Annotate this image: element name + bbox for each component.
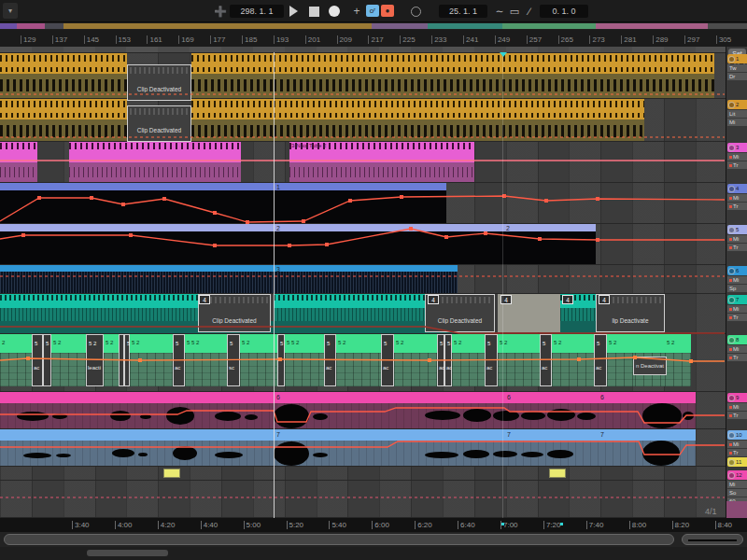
clip[interactable] bbox=[0, 294, 198, 308]
loop-length-display[interactable]: 0. 1. 0 bbox=[540, 5, 588, 18]
nudge-icon[interactable]: ➕ bbox=[213, 4, 228, 19]
clip[interactable]: 5 bbox=[43, 334, 51, 386]
clip[interactable] bbox=[598, 392, 696, 403]
clip[interactable] bbox=[191, 74, 274, 99]
clip[interactable] bbox=[0, 99, 127, 119]
clip[interactable]: 5 bbox=[277, 334, 285, 386]
track-header[interactable]: 9 bbox=[727, 393, 747, 402]
stop-button[interactable] bbox=[306, 4, 321, 19]
clip[interactable] bbox=[0, 392, 504, 403]
automation-lane-selector[interactable]: Tw bbox=[727, 64, 747, 72]
clip[interactable]: 5sc bbox=[227, 334, 240, 386]
clip[interactable]: 5 2 bbox=[394, 334, 437, 386]
clip[interactable]: 5ac bbox=[540, 334, 552, 386]
clip[interactable]: 5 5 2 bbox=[285, 334, 324, 386]
clip[interactable] bbox=[504, 429, 598, 441]
clip[interactable] bbox=[191, 119, 274, 142]
clip[interactable] bbox=[0, 142, 37, 162]
clip[interactable] bbox=[274, 119, 644, 142]
clip[interactable]: 5 5 2 bbox=[185, 334, 227, 386]
automation-lane-selector[interactable]: Tr bbox=[727, 449, 747, 456]
scrub-area[interactable] bbox=[0, 47, 726, 52]
fade-ramp-icon[interactable]: ∕ bbox=[523, 4, 536, 19]
clip[interactable] bbox=[289, 162, 474, 183]
track-fold-icon[interactable] bbox=[728, 395, 735, 401]
time-ruler[interactable]: 4/1 3:404:004:204:405:005:205:406:006:20… bbox=[0, 518, 747, 532]
clip[interactable] bbox=[69, 142, 241, 162]
automation-lane-selector[interactable]: Tr bbox=[727, 314, 747, 321]
clip[interactable]: 5 2 bbox=[498, 334, 540, 386]
track-fold-icon[interactable] bbox=[728, 432, 735, 439]
clip[interactable] bbox=[274, 308, 425, 321]
clip[interactable]: 5ac bbox=[594, 334, 607, 386]
clip-number-box[interactable]: 4 bbox=[599, 295, 610, 304]
clip[interactable]: 5ac bbox=[324, 334, 336, 386]
clip[interactable]: 2 bbox=[0, 334, 32, 386]
track-header[interactable]: 10 bbox=[727, 430, 747, 440]
clip[interactable]: 5 2 bbox=[51, 334, 86, 386]
clip[interactable] bbox=[69, 162, 241, 183]
automation-lane-selector[interactable]: Mi bbox=[727, 305, 747, 313]
track-header[interactable]: 5 bbox=[727, 225, 747, 234]
track-fold-icon[interactable] bbox=[728, 227, 735, 233]
track-fold-icon[interactable] bbox=[728, 102, 735, 108]
clip-number-box[interactable]: 4 bbox=[428, 295, 439, 304]
track-header[interactable]: 2 bbox=[727, 100, 747, 109]
clip[interactable]: 5ac bbox=[32, 334, 43, 386]
clip[interactable] bbox=[0, 119, 127, 142]
clip[interactable]: 5 2 bbox=[552, 334, 594, 386]
automation-lane-selector[interactable]: Tr bbox=[727, 244, 747, 251]
clip[interactable]: 5 2 bbox=[240, 334, 277, 386]
clip[interactable] bbox=[274, 53, 714, 74]
automation-lane-selector[interactable]: Mi bbox=[727, 481, 747, 488]
clip[interactable]: 5ac bbox=[444, 334, 452, 386]
add-locator-icon[interactable]: + bbox=[351, 4, 362, 19]
zoom-scrollbar-thumb[interactable] bbox=[682, 534, 743, 545]
clip[interactable] bbox=[0, 190, 446, 224]
clip[interactable] bbox=[0, 429, 504, 441]
track-fold-icon[interactable] bbox=[728, 268, 735, 274]
track-fold-icon[interactable] bbox=[728, 145, 735, 151]
clip[interactable]: 5ac bbox=[173, 334, 185, 386]
clip[interactable] bbox=[0, 308, 198, 321]
clip[interactable]: 5 2leacti bbox=[86, 334, 104, 386]
track-header[interactable]: 7 bbox=[727, 295, 747, 304]
clip[interactable]: 5ac bbox=[381, 334, 394, 386]
clip[interactable]: 5 2 bbox=[607, 334, 635, 386]
automation-lane-selector[interactable]: Sp bbox=[727, 285, 747, 292]
clip[interactable]: 3-Noiz Tube 2 bbox=[289, 142, 474, 162]
clip[interactable]: 5 2 bbox=[130, 334, 173, 386]
clip[interactable] bbox=[0, 231, 596, 265]
clip[interactable] bbox=[163, 469, 180, 478]
record-button[interactable] bbox=[327, 4, 342, 19]
track-fold-icon[interactable] bbox=[728, 459, 735, 466]
deactivated-clip[interactable]: n Deactivat bbox=[633, 357, 667, 375]
deactivated-clip[interactable]: Clip Deactivated bbox=[127, 105, 191, 142]
automation-lane-selector[interactable]: Lit bbox=[727, 110, 747, 118]
clip[interactable] bbox=[0, 74, 127, 99]
panel-chevron-icon[interactable]: ▾ bbox=[3, 3, 18, 19]
automation-lane-selector[interactable]: Mi bbox=[727, 119, 747, 126]
automation-lane-selector[interactable]: Mi bbox=[727, 345, 747, 353]
clip[interactable] bbox=[504, 392, 598, 403]
clip[interactable] bbox=[274, 99, 644, 119]
track-header[interactable]: 11 bbox=[727, 457, 747, 467]
mini-scrollbar[interactable] bbox=[87, 550, 168, 556]
track-fold-icon[interactable] bbox=[728, 56, 735, 63]
automation-lane-selector[interactable]: Mi bbox=[727, 235, 747, 243]
horizontal-scrollbar-thumb[interactable] bbox=[4, 534, 674, 545]
clip[interactable]: 5 2 bbox=[104, 334, 119, 386]
automation-lane-selector[interactable]: Tr bbox=[727, 412, 747, 419]
clip-number-box[interactable]: 4 bbox=[562, 295, 573, 304]
track-fold-icon[interactable] bbox=[728, 472, 735, 479]
automation-arm-button[interactable]: ● bbox=[381, 5, 394, 17]
automation-lane-selector[interactable]: So bbox=[727, 489, 747, 497]
locator-marker-icon[interactable] bbox=[500, 52, 507, 57]
track-header[interactable]: 12 bbox=[727, 470, 747, 480]
clip[interactable]: 5 2 bbox=[452, 334, 485, 386]
clip[interactable] bbox=[191, 53, 274, 74]
locator-dot-icon[interactable] bbox=[501, 523, 504, 525]
clip[interactable] bbox=[0, 265, 458, 272]
clip[interactable]: 5 2 bbox=[665, 334, 691, 386]
draw-mode-icon[interactable]: ∼ bbox=[493, 4, 506, 19]
